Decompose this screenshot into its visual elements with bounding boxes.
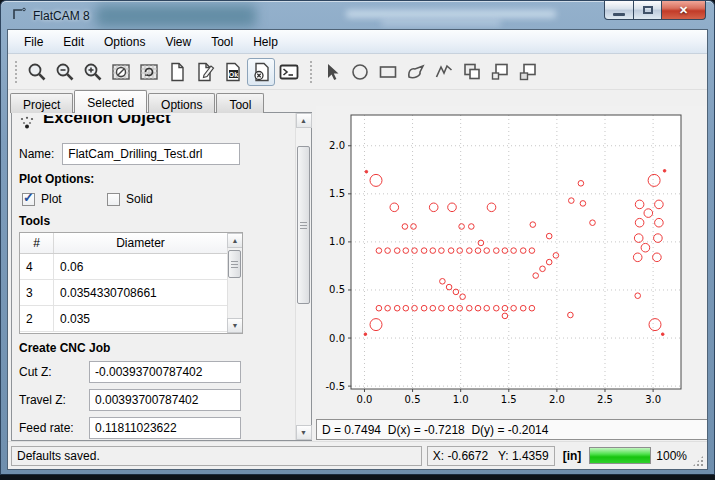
scroll-up-icon[interactable]: ▲ <box>227 233 243 248</box>
client-area: File Edit Options View Tool Help Ok <box>7 29 708 470</box>
svg-text:-0.5: -0.5 <box>325 381 345 392</box>
menu-tool[interactable]: Tool <box>201 32 243 52</box>
measurement-bar: D = 0.7494 D(x) = -0.7218 D(y) = -0.2014 <box>316 419 708 440</box>
toolbar-grip[interactable] <box>14 60 19 84</box>
status-message: Defaults saved. <box>11 446 422 466</box>
window-title: FlatCAM 8 <box>33 9 90 23</box>
progress-bar <box>589 447 651 464</box>
copy-geometry-button[interactable] <box>486 58 514 86</box>
name-input[interactable] <box>62 143 240 165</box>
draw-circle-button[interactable] <box>346 58 374 86</box>
cnc-job-label: Create CNC Job <box>19 341 291 355</box>
tab-options[interactable]: Options <box>148 93 215 113</box>
edit-document-icon <box>194 61 216 83</box>
minimize-button[interactable] <box>604 1 634 20</box>
clear-plot-button[interactable] <box>107 58 135 86</box>
zoom-in-button[interactable] <box>79 58 107 86</box>
svg-text:2.0: 2.0 <box>329 140 345 151</box>
close-button[interactable]: ✕ <box>662 1 706 20</box>
cancel-document-button[interactable] <box>247 58 275 86</box>
copy-objects-button[interactable] <box>458 58 486 86</box>
select-pointer-icon <box>321 61 343 83</box>
draw-rectangle-icon <box>377 61 399 83</box>
table-row[interactable]: 4 0.06 <box>20 254 227 280</box>
toolbar-grip[interactable] <box>309 60 314 84</box>
replot-button[interactable] <box>135 58 163 86</box>
table-row[interactable]: 2 0.035 <box>20 306 227 332</box>
scroll-up-icon[interactable]: ▲ <box>296 113 312 128</box>
zoom-out-icon <box>54 61 76 83</box>
app-window: FlatCAM 8 ✕ File Edit Options View Tool … <box>0 0 715 475</box>
table-scrollbar[interactable]: ▲ ▼ <box>227 233 242 333</box>
svg-text:Ok: Ok <box>229 70 238 77</box>
travelz-input[interactable] <box>89 389 241 411</box>
solid-checkbox[interactable]: Solid <box>107 192 153 206</box>
paste-geometry-button[interactable] <box>514 58 542 86</box>
shell-button[interactable] <box>275 58 303 86</box>
mouse-coordinates: X: -0.6672 Y: 1.4359 <box>427 446 555 466</box>
draw-polygon-button[interactable] <box>402 58 430 86</box>
plot-svg: 0.00.51.01.52.02.53.0-0.50.00.51.01.52.0 <box>316 106 708 416</box>
maximize-button[interactable] <box>634 1 662 20</box>
edit-document-button[interactable] <box>191 58 219 86</box>
svg-text:0.5: 0.5 <box>329 284 345 295</box>
svg-text:0.0: 0.0 <box>357 394 373 405</box>
progress-percent: 100% <box>656 449 687 463</box>
menu-options[interactable]: Options <box>94 32 155 52</box>
tab-project[interactable]: Project <box>10 93 73 113</box>
draw-circle-icon <box>349 61 371 83</box>
maximize-icon <box>643 6 653 14</box>
progress-fill <box>590 448 650 463</box>
tab-bar: Project Selected Options Tool <box>10 90 265 113</box>
flatcam-logo-icon <box>11 6 27 25</box>
tool-bar: Ok <box>8 54 707 90</box>
plot-options-label: Plot Options: <box>19 172 291 186</box>
copy-objects-icon <box>461 61 483 83</box>
draw-rectangle-button[interactable] <box>374 58 402 86</box>
svg-text:3.0: 3.0 <box>645 394 661 405</box>
close-icon: ✕ <box>679 4 688 17</box>
svg-text:0.0: 0.0 <box>329 333 345 344</box>
glass-blur <box>381 20 501 26</box>
table-row[interactable]: 3 0.0354330708661 <box>20 280 227 306</box>
zoom-fit-button[interactable] <box>23 58 51 86</box>
svg-text:1.0: 1.0 <box>453 394 469 405</box>
zoom-fit-icon <box>26 61 48 83</box>
new-document-button[interactable] <box>163 58 191 86</box>
menu-file[interactable]: File <box>14 32 53 52</box>
svg-text:2.5: 2.5 <box>597 394 613 405</box>
svg-text:1.0: 1.0 <box>329 236 345 247</box>
plot-canvas[interactable]: 0.00.51.01.52.02.53.0-0.50.00.51.01.52.0 <box>316 106 708 416</box>
selected-object-panel: Excellon Object Name: Plot Options: ✓ Pl… <box>11 112 312 441</box>
copy-geometry-icon <box>489 61 511 83</box>
select-pointer-button[interactable] <box>318 58 346 86</box>
scroll-down-icon[interactable]: ▼ <box>296 425 312 440</box>
clear-plot-icon <box>110 61 132 83</box>
menu-bar: File Edit Options View Tool Help <box>8 30 707 54</box>
zoom-out-button[interactable] <box>51 58 79 86</box>
svg-text:1.5: 1.5 <box>329 188 345 199</box>
tools-label: Tools <box>19 214 291 228</box>
resize-grip-icon[interactable] <box>692 455 704 467</box>
tab-selected[interactable]: Selected <box>74 90 147 113</box>
plot-checkbox[interactable]: ✓ Plot <box>22 192 107 206</box>
shell-icon <box>278 61 300 83</box>
tools-table-header: # Diameter <box>20 233 227 254</box>
menu-edit[interactable]: Edit <box>53 32 94 52</box>
feedrate-input[interactable] <box>89 417 241 439</box>
accept-document-button[interactable]: Ok <box>219 58 247 86</box>
scroll-down-icon[interactable]: ▼ <box>227 318 243 333</box>
cutz-input[interactable] <box>89 361 241 383</box>
paste-geometry-icon <box>517 61 539 83</box>
draw-polyline-icon <box>433 61 455 83</box>
panel-title: Excellon Object <box>43 115 171 128</box>
title-bar[interactable]: FlatCAM 8 ✕ <box>1 1 714 29</box>
panel-scrollbar[interactable]: ▲ ▼ <box>295 113 311 440</box>
draw-polyline-button[interactable] <box>430 58 458 86</box>
menu-help[interactable]: Help <box>243 32 288 52</box>
tab-tool[interactable]: Tool <box>216 93 264 113</box>
cancel-document-icon <box>250 61 272 83</box>
glass-blur <box>346 10 556 18</box>
replot-icon <box>138 61 160 83</box>
menu-view[interactable]: View <box>155 32 201 52</box>
